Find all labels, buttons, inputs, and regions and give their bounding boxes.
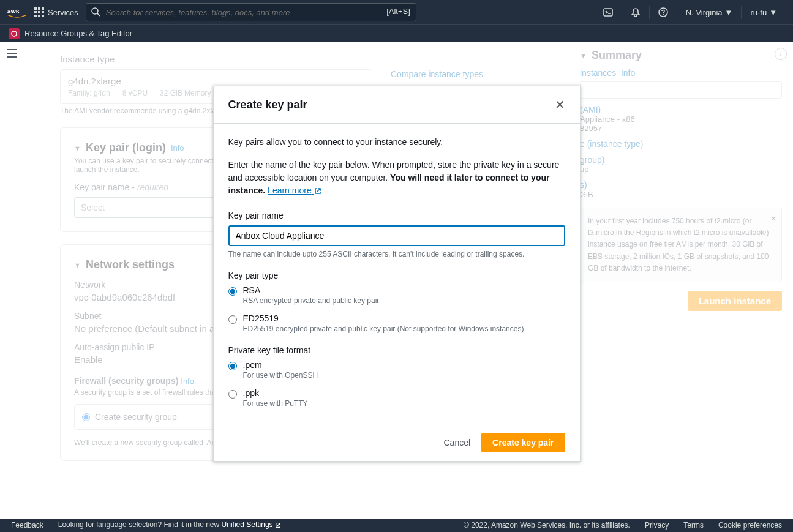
external-link-icon bbox=[314, 185, 321, 198]
cloudshell-icon[interactable] bbox=[595, 6, 622, 19]
lang-question: Looking for language selection? Find it … bbox=[58, 520, 222, 529]
modal-intro: Key pairs allow you to connect to your i… bbox=[228, 136, 565, 149]
unified-settings-label: Unified Settings bbox=[222, 520, 273, 529]
region-selector[interactable]: N. Virginia ▼ bbox=[677, 6, 742, 19]
feedback-link[interactable]: Feedback bbox=[11, 521, 43, 530]
modal-title: Create key pair bbox=[228, 99, 307, 111]
chevron-down-icon: ▼ bbox=[769, 8, 777, 17]
ppk-radio[interactable]: .ppk For use with PuTTY bbox=[228, 388, 565, 408]
notifications-icon[interactable] bbox=[622, 6, 649, 19]
learn-more-label: Learn more bbox=[268, 185, 312, 195]
hamburger-icon bbox=[7, 49, 17, 58]
search-input[interactable] bbox=[86, 3, 416, 21]
key-format-label: Private key file format bbox=[228, 345, 565, 355]
search-icon bbox=[91, 7, 100, 18]
ppk-label: .ppk bbox=[243, 388, 308, 398]
region-label: N. Virginia bbox=[686, 8, 723, 17]
close-icon[interactable]: ✕ bbox=[555, 97, 565, 112]
sub-nav: Resource Groups & Tag Editor bbox=[0, 24, 793, 42]
unified-settings-link[interactable]: Unified Settings bbox=[222, 520, 281, 529]
services-button[interactable]: Services bbox=[34, 7, 78, 17]
search-wrap: [Alt+S] bbox=[86, 3, 416, 21]
keypair-name-hint: The name can include upto 255 ASCII char… bbox=[228, 250, 565, 258]
rsa-desc: RSA encrypted private and public key pai… bbox=[243, 296, 380, 305]
modal-body: Key pairs allow you to connect to your i… bbox=[214, 124, 580, 424]
svg-text:aws: aws bbox=[7, 8, 20, 15]
ed25519-desc: ED25519 encrypted private and public key… bbox=[243, 324, 524, 333]
modal-header: Create key pair ✕ bbox=[214, 86, 580, 124]
rsa-input[interactable] bbox=[228, 287, 237, 296]
create-keypair-modal: Create key pair ✕ Key pairs allow you to… bbox=[213, 86, 581, 462]
search-shortcut: [Alt+S] bbox=[386, 7, 410, 16]
services-label: Services bbox=[48, 8, 78, 17]
ed25519-label: ED25519 bbox=[243, 313, 524, 323]
resource-groups-link[interactable]: Resource Groups & Tag Editor bbox=[24, 29, 132, 38]
help-icon[interactable] bbox=[649, 6, 677, 19]
grid-icon bbox=[34, 7, 44, 17]
user-menu[interactable]: ru-fu ▼ bbox=[741, 6, 786, 19]
pem-label: .pem bbox=[243, 360, 318, 370]
ppk-desc: For use with PuTTY bbox=[243, 399, 308, 408]
rsa-label: RSA bbox=[243, 285, 380, 295]
sidebar-toggle[interactable] bbox=[0, 42, 23, 519]
modal-footer: Cancel Create key pair bbox=[214, 424, 580, 461]
ppk-input[interactable] bbox=[228, 390, 237, 399]
svg-point-1 bbox=[92, 8, 98, 14]
keypair-type-label: Key pair type bbox=[228, 271, 565, 280]
pem-radio[interactable]: .pem For use with OpenSSH bbox=[228, 360, 565, 380]
keypair-name-input[interactable] bbox=[228, 225, 565, 246]
chevron-down-icon: ▼ bbox=[725, 8, 733, 17]
learn-more-link[interactable]: Learn more bbox=[268, 185, 321, 195]
privacy-link[interactable]: Privacy bbox=[645, 521, 669, 530]
top-nav: aws Services [Alt+S] N. Virginia ▼ ru-fu… bbox=[0, 0, 793, 24]
copyright: © 2022, Amazon Web Services, Inc. or its… bbox=[464, 521, 630, 530]
rsa-radio[interactable]: RSA RSA encrypted private and public key… bbox=[228, 285, 565, 305]
pem-desc: For use with OpenSSH bbox=[243, 371, 318, 380]
keypair-name-label: Key pair name bbox=[228, 211, 565, 220]
terms-link[interactable]: Terms bbox=[683, 521, 704, 530]
aws-logo[interactable]: aws bbox=[7, 6, 27, 18]
external-link-icon bbox=[275, 522, 281, 530]
svg-point-4 bbox=[12, 31, 17, 36]
ed25519-radio[interactable]: ED25519 ED25519 encrypted private and pu… bbox=[228, 313, 565, 333]
cookies-link[interactable]: Cookie preferences bbox=[718, 521, 782, 530]
topnav-right: N. Virginia ▼ ru-fu ▼ bbox=[595, 6, 786, 19]
pem-input[interactable] bbox=[228, 362, 237, 370]
footer: Feedback Looking for language selection?… bbox=[0, 519, 793, 532]
user-label: ru-fu bbox=[750, 8, 767, 17]
ed25519-input[interactable] bbox=[228, 315, 237, 324]
create-keypair-button[interactable]: Create key pair bbox=[481, 433, 565, 452]
resource-groups-icon bbox=[9, 28, 20, 39]
cancel-button[interactable]: Cancel bbox=[442, 433, 473, 452]
